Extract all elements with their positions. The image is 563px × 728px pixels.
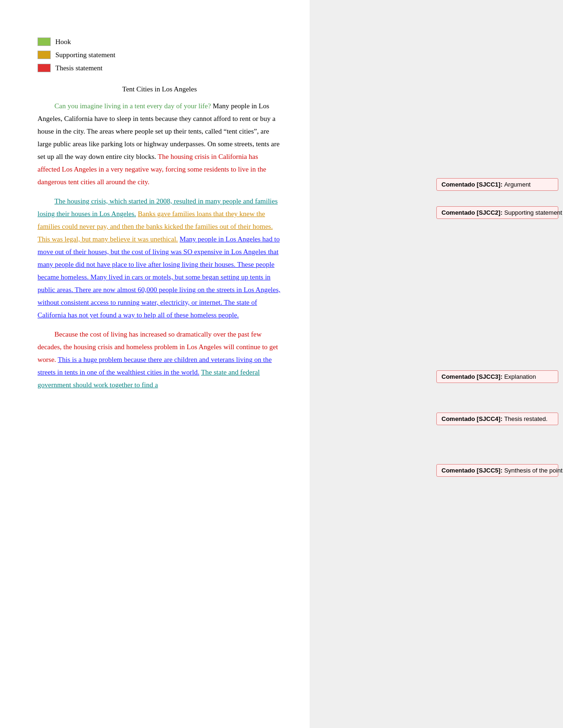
comment-sjcc5-author: Comentado [SJCC5]: — [441, 467, 504, 474]
document-area: Hook Supporting statement Thesis stateme… — [0, 0, 310, 728]
legend-color-supporting — [38, 51, 51, 59]
explanation-text: Many people in Los Angeles had to move o… — [38, 235, 281, 319]
comment-sjcc4-text: Thesis restated. — [504, 415, 548, 422]
legend-color-thesis — [38, 64, 51, 72]
paragraph-body: The housing crisis, which started in 200… — [38, 195, 282, 322]
comment-sjcc3-author: Comentado [SJCC3]: — [441, 373, 504, 380]
comment-sjcc1-text: Argument — [504, 181, 531, 188]
comment-sjcc4-author: Comentado [SJCC4]: — [441, 415, 504, 422]
legend-label-thesis: Thesis statement — [55, 64, 102, 72]
legend-label-hook: Hook — [55, 38, 71, 46]
comment-sjcc2-author: Comentado [SJCC2]: — [441, 209, 504, 216]
sidebar-area: Comentado [SJCC1]: Argument Comentado [S… — [310, 0, 563, 728]
legend-item-hook: Hook — [38, 38, 282, 46]
intro-body-text: Many people in Los Angeles, California h… — [38, 102, 280, 160]
document-title: Tent Cities in Los Angeles — [38, 85, 282, 93]
comment-sjcc2-text: Supporting statement — [504, 209, 563, 216]
comment-sjcc2: Comentado [SJCC2]: Supporting statement — [436, 206, 558, 219]
legend-item-thesis: Thesis statement — [38, 64, 282, 72]
paragraph-intro: Can you imagine living in a tent every d… — [38, 100, 282, 188]
hook-text: Can you imagine living in a tent every d… — [54, 102, 211, 110]
comment-sjcc5-text: Synthesis of the point — [504, 467, 563, 474]
comment-sjcc1: Comentado [SJCC1]: Argument — [436, 178, 558, 191]
comment-sjcc3: Comentado [SJCC3]: Explanation — [436, 370, 558, 383]
legend-item-supporting: Supporting statement — [38, 51, 282, 59]
paragraph-conclusion: Because the cost of living has increased… — [38, 328, 282, 391]
comment-sjcc3-text: Explanation — [504, 373, 536, 380]
legend-label-supporting: Supporting statement — [55, 51, 115, 59]
comment-sjcc1-author: Comentado [SJCC1]: — [441, 181, 504, 188]
legend-color-hook — [38, 38, 51, 46]
comment-sjcc5: Comentado [SJCC5]: Synthesis of the poin… — [436, 464, 558, 477]
comment-sjcc4: Comentado [SJCC4]: Thesis restated. — [436, 413, 558, 425]
legend: Hook Supporting statement Thesis stateme… — [38, 38, 282, 72]
page-wrapper: Hook Supporting statement Thesis stateme… — [0, 0, 563, 728]
